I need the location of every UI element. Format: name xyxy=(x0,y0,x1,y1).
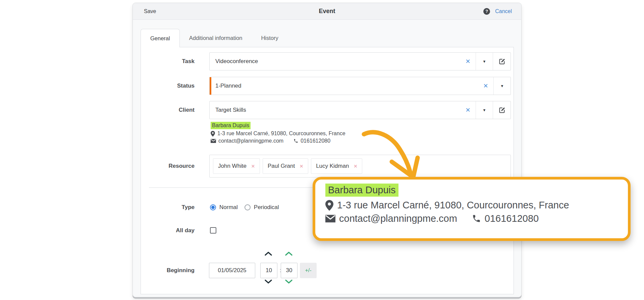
tab-history[interactable]: History xyxy=(252,29,287,47)
callout-email: contact@planningpme.com xyxy=(339,213,457,224)
client-contact-line: contact@planningpme.com 0161612080 xyxy=(211,138,345,144)
minute-down-icon[interactable] xyxy=(284,279,293,284)
all-day-checkbox[interactable] xyxy=(210,227,216,234)
client-value[interactable]: Target Skills xyxy=(210,107,460,113)
clear-icon[interactable]: ✕ xyxy=(460,58,476,65)
radio-normal[interactable]: Normal xyxy=(210,204,238,211)
chevron-down-icon[interactable]: ▼ xyxy=(494,84,511,88)
tab-bar: General Additional information History xyxy=(141,29,288,47)
resource-multiselect[interactable]: John White ✕ Paul Grant ✕ Lucy Kidman ✕ xyxy=(209,155,511,178)
client-details-callout: Barbara Dupuis 1-3 rue Marcel Carné, 910… xyxy=(313,177,631,241)
client-label: Client xyxy=(133,101,195,119)
client-name-highlight: Barbara Dupuis xyxy=(211,122,251,129)
client-select[interactable]: Target Skills ✕ ▼ xyxy=(209,101,511,119)
phone-icon xyxy=(472,214,481,223)
beginning-hour-input[interactable]: 10 xyxy=(260,263,277,278)
resource-tag: John White ✕ xyxy=(213,158,260,174)
chevron-down-icon[interactable]: ▼ xyxy=(476,108,493,112)
task-select[interactable]: Videoconference ✕ ▼ xyxy=(209,52,511,70)
callout-address: 1-3 rue Marcel Carné, 91080, Courcouronn… xyxy=(337,200,569,211)
clear-icon[interactable]: ✕ xyxy=(460,106,476,114)
resource-tag-label: Lucy Kidman xyxy=(316,163,349,169)
hour-up-icon[interactable] xyxy=(264,251,273,256)
client-phone: 0161612080 xyxy=(301,138,330,144)
header-actions: ? Cancel xyxy=(483,8,512,15)
dialog-header: Save Event ? Cancel xyxy=(133,3,521,20)
client-email: contact@planningpme.com xyxy=(218,138,283,144)
resource-tag-label: John White xyxy=(218,163,247,169)
radio-selected-icon[interactable] xyxy=(210,204,216,210)
beginning-minute-input[interactable]: 30 xyxy=(281,263,298,278)
callout-email-pair: contact@planningpme.com xyxy=(325,213,457,224)
remove-tag-icon[interactable]: ✕ xyxy=(354,164,357,169)
type-label: Type xyxy=(133,202,195,212)
radio-periodical[interactable]: Periodical xyxy=(245,204,279,211)
event-dialog: Save Event ? Cancel General Additional i… xyxy=(132,3,522,297)
plus-minus-button[interactable]: +/- xyxy=(300,263,317,278)
status-label: Status xyxy=(133,77,195,95)
cancel-button[interactable]: Cancel xyxy=(495,8,512,14)
location-pin-icon xyxy=(325,200,333,211)
callout-phone-pair: 0161612080 xyxy=(472,213,539,224)
resource-tag: Lucy Kidman ✕ xyxy=(311,158,362,174)
save-button[interactable]: Save xyxy=(144,8,156,14)
location-pin-icon xyxy=(211,131,215,137)
tab-general[interactable]: General xyxy=(141,29,180,47)
edit-pencil-icon[interactable] xyxy=(493,107,511,114)
beginning-label: Beginning xyxy=(133,263,195,278)
phone-icon xyxy=(293,139,298,143)
envelope-icon xyxy=(211,139,216,143)
resource-tag-label: Paul Grant xyxy=(268,163,295,169)
task-label: Task xyxy=(133,52,195,70)
remove-tag-icon[interactable]: ✕ xyxy=(300,164,303,169)
clear-icon[interactable]: ✕ xyxy=(478,82,493,90)
callout-name-highlight: Barbara Dupuis xyxy=(325,184,398,197)
tab-additional-information[interactable]: Additional information xyxy=(180,29,252,47)
status-value[interactable]: 1-Planned xyxy=(210,83,478,89)
client-address-line: 1-3 rue Marcel Carné, 91080, Courcouronn… xyxy=(211,131,345,137)
client-info: Barbara Dupuis 1-3 rue Marcel Carné, 910… xyxy=(211,122,345,144)
remove-tag-icon[interactable]: ✕ xyxy=(251,164,255,169)
client-email-pair: contact@planningpme.com xyxy=(211,138,283,144)
beginning-row: Beginning 01/05/2025 10 : 30 +/- xyxy=(133,263,522,278)
task-value[interactable]: Videoconference xyxy=(210,58,460,65)
dialog-title: Event xyxy=(133,8,521,15)
client-phone-pair: 0161612080 xyxy=(293,138,330,144)
callout-address-line: 1-3 rue Marcel Carné, 91080, Courcouronn… xyxy=(325,200,628,211)
envelope-icon xyxy=(325,215,335,222)
page: Save Event ? Cancel General Additional i… xyxy=(0,0,644,300)
help-icon[interactable]: ? xyxy=(483,8,490,15)
edit-pencil-icon[interactable] xyxy=(493,58,511,65)
radio-periodical-label: Periodical xyxy=(254,204,279,211)
chevron-down-icon[interactable]: ▼ xyxy=(476,59,493,63)
resource-tag: Paul Grant ✕ xyxy=(263,158,308,174)
type-options: Normal Periodical xyxy=(210,202,279,212)
minute-up-icon[interactable] xyxy=(284,251,293,256)
resource-label: Resource xyxy=(133,155,195,178)
callout-phone: 0161612080 xyxy=(485,213,539,224)
beginning-date-input[interactable]: 01/05/2025 xyxy=(209,263,255,278)
hour-down-icon[interactable] xyxy=(264,279,273,284)
radio-unselected-icon[interactable] xyxy=(245,204,251,210)
all-day-label: All day xyxy=(133,226,195,236)
status-select[interactable]: 1-Planned ✕ ▼ xyxy=(209,77,511,95)
client-address: 1-3 rue Marcel Carné, 91080, Courcouronn… xyxy=(217,131,345,137)
radio-normal-label: Normal xyxy=(219,204,238,211)
callout-contact-line: contact@planningpme.com 0161612080 xyxy=(325,213,628,224)
